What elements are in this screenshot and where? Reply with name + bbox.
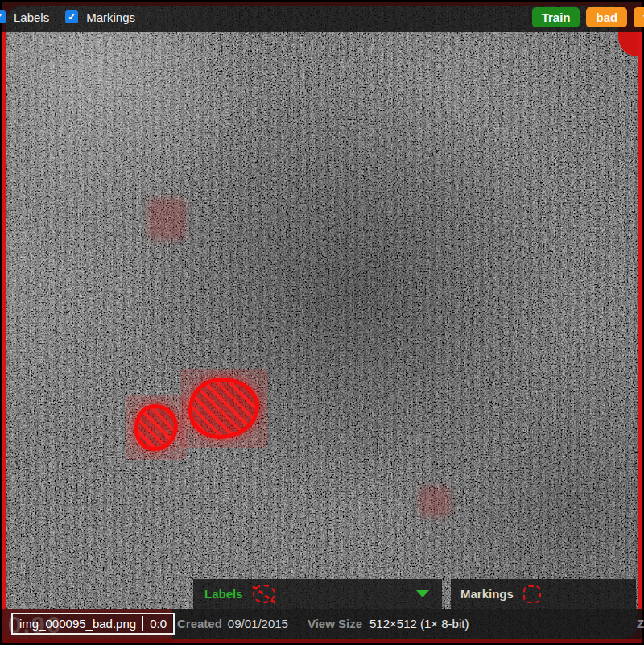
dashed-box-icon (523, 585, 541, 603)
filename-divider (142, 616, 143, 631)
bottom-frame-tint (2, 639, 642, 643)
faint-heatmap-patch (419, 486, 451, 517)
created-value: 09/01/2015 (228, 617, 288, 631)
marking-blob[interactable] (188, 378, 259, 439)
filename-text: img_000095_bad.png (19, 617, 136, 631)
markings-checkbox[interactable]: ✓ (65, 10, 78, 23)
filename-box[interactable]: img_000095_bad.png 0:0 (11, 613, 175, 635)
labels-checkbox-label: Labels (14, 10, 49, 24)
view-size-label: View Size (308, 617, 362, 631)
fabric-noise-texture (6, 6, 638, 639)
image-metadata: Created 09/01/2015 View Size 512×512 (1×… (177, 617, 469, 631)
created-label: Created (177, 617, 222, 631)
truncated-button[interactable]: tr (634, 7, 644, 27)
no-label-dashed-circle-icon (253, 585, 275, 603)
top-toolbar: ✓ Labels ✓ Markings Train bad tr (2, 2, 642, 32)
labels-checkbox[interactable]: ✓ (0, 10, 6, 23)
faint-heatmap-patch (147, 198, 186, 240)
zoom-label-truncated: Z (637, 617, 644, 631)
train-button[interactable]: Train (532, 7, 580, 27)
cursor-position: 0:0 (150, 617, 167, 631)
labels-dropdown-panel[interactable]: Labels (193, 579, 442, 609)
app-window: { "colors": { "frame_red": "#d81414", "m… (0, 0, 644, 645)
image-canvas[interactable] (6, 6, 638, 639)
labels-panel-title: Labels (204, 587, 243, 601)
bad-button[interactable]: bad (586, 7, 627, 27)
classification-buttons: Train bad tr (532, 7, 644, 27)
status-bar: 0.96 img_000095_bad.png 0:0 Created 09/0… (2, 609, 642, 639)
chevron-down-icon[interactable] (416, 590, 429, 597)
markings-panel-title: Markings (460, 587, 514, 601)
image-viewport (2, 2, 642, 643)
markings-panel[interactable]: Markings (451, 579, 636, 609)
view-size-value: 512×512 (1× 8-bit) (369, 617, 469, 631)
marking-blob[interactable] (134, 404, 178, 451)
markings-checkbox-label: Markings (86, 10, 135, 24)
